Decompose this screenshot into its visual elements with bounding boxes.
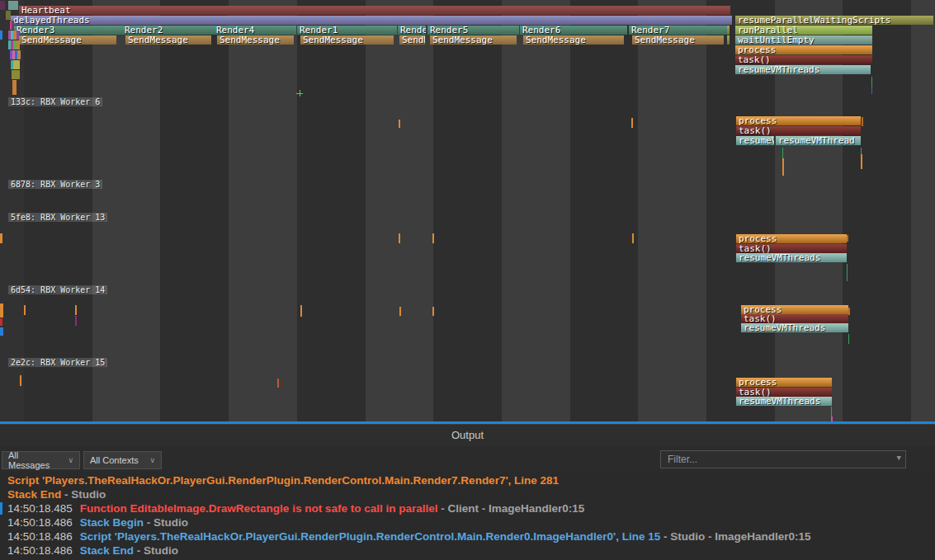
- profiler-tick: [24, 305, 26, 315]
- profiler-bar-bar[interactable]: [727, 26, 730, 35]
- output-log[interactable]: Script 'Players.TheRealHackOr.PlayerGui.…: [0, 472, 935, 560]
- callstack-fragment: [6, 11, 11, 20]
- profiler-bar-resumevmthreads[interactable]: resumeVMThreads: [736, 253, 847, 262]
- filter-input[interactable]: [660, 450, 906, 468]
- profiler-bar-sendm[interactable]: SendM: [399, 35, 425, 45]
- profiler-bar-render3[interactable]: Render3: [14, 26, 122, 35]
- profiler-tick: [399, 120, 400, 128]
- profiler-tick: [782, 148, 783, 158]
- profiler-bar-task[interactable]: task(): [736, 244, 847, 253]
- profiler-tick: [75, 316, 77, 326]
- profiler-tick: [399, 307, 401, 316]
- profiler-bar-render6[interactable]: Render6: [520, 26, 627, 35]
- output-line[interactable]: Script 'Players.TheRealHackOr.PlayerGui.…: [0, 473, 935, 487]
- profiler-tick: [871, 77, 872, 87]
- message-text: Studio: [71, 488, 106, 501]
- profiler-bar-sendmessage[interactable]: SendMessage: [125, 35, 211, 45]
- context-dropdown[interactable]: All Contexts ∨: [83, 451, 162, 469]
- profiler-bar-resumevm[interactable]: resumeVM: [736, 136, 774, 145]
- message-text: -: [479, 502, 489, 515]
- profiler-tick: [75, 305, 77, 315]
- timestamp: 14:50:18.485: [7, 502, 73, 515]
- profiler-bar-sendmessage[interactable]: SendMessage: [217, 35, 294, 45]
- profiler-bar-rende[interactable]: Rende: [398, 26, 426, 35]
- profiler-bar-resumevmthreads[interactable]: resumeVMThreads: [735, 65, 871, 74]
- profiler-bar-process[interactable]: process: [736, 234, 847, 243]
- message-text: -: [437, 502, 447, 515]
- profiler-bar-resumevmthreads[interactable]: resumeVMThreads: [736, 397, 832, 406]
- profiler-bar-render1[interactable]: Render1: [297, 26, 397, 35]
- plus-marker: [300, 90, 300, 96]
- frame-stripe: [229, 0, 298, 421]
- frame-stripe: [911, 0, 935, 421]
- message-text: Stack Begin: [80, 516, 144, 529]
- profiler-bar-waituntilempty[interactable]: waitUntilEmpty: [735, 35, 872, 45]
- profiler-bar-process[interactable]: process: [741, 305, 848, 314]
- profiler-bar-resumevmthread[interactable]: resumeVMThread: [776, 136, 861, 145]
- profiler-bar-sendmessage[interactable]: SendMessage: [632, 35, 724, 45]
- message-text: Studio: [670, 530, 705, 543]
- profiler-bar-render2[interactable]: Render2: [122, 26, 214, 35]
- profiler-bar-resumevmthreads[interactable]: resumeVMThreads: [741, 323, 848, 332]
- frame-stripe: [638, 0, 707, 421]
- output-toolbar: All Messages ∨ All Contexts ∨ ▼: [0, 446, 935, 472]
- profiler-bar-sendmessage[interactable]: SendMessage: [523, 35, 624, 45]
- output-panel-header[interactable]: Output: [0, 424, 935, 446]
- context-dropdown-label: All Contexts: [90, 455, 139, 465]
- thread-label-5fe8: 5fe8: RBX Worker 13: [8, 213, 107, 222]
- profiler-tick: [847, 235, 848, 242]
- output-line[interactable]: Stack End - Studio: [0, 487, 935, 501]
- profiler-tick: [0, 327, 3, 336]
- profiler-bar-sendmessage[interactable]: SendMessage: [300, 35, 394, 45]
- output-line[interactable]: 14:50:18.486Stack Begin - Studio: [0, 515, 935, 529]
- profiler-tick: [432, 307, 434, 316]
- output-line[interactable]: 14:50:18.486Stack End - Studio: [0, 544, 935, 558]
- message-text: Studio: [153, 516, 188, 529]
- message-text: ImageHandler0:15: [489, 502, 584, 515]
- profiler-tick: [847, 264, 848, 275]
- message-text: Client: [447, 502, 479, 515]
- microprofiler-view[interactable]: HeartbeatdelayedThreadsRender3SendMessag…: [0, 0, 935, 421]
- callstack-fragment: [17, 50, 21, 59]
- thread-label-6d54: 6d54: RBX Worker 14: [8, 285, 107, 294]
- profiler-tick: [399, 233, 400, 243]
- profiler-bar-runparallel[interactable]: runParallel: [735, 26, 872, 35]
- profiler-bar-render5[interactable]: Render5: [427, 26, 519, 35]
- profiler-tick: [862, 117, 863, 126]
- profiler-bar-process[interactable]: process: [735, 45, 872, 54]
- profiler-tick: [631, 118, 633, 128]
- profiler-bar-render7[interactable]: Render7: [629, 26, 727, 35]
- profiler-bar-task[interactable]: task(): [736, 126, 861, 135]
- message-type-dropdown[interactable]: All Messages ∨: [2, 451, 80, 469]
- output-line[interactable]: 14:50:18.485Function EditableImage.DrawR…: [0, 501, 935, 515]
- filter-combobox: ▼: [660, 450, 906, 468]
- profiler-bar-process[interactable]: process: [736, 116, 861, 125]
- profiler-bar-bar[interactable]: [727, 35, 730, 45]
- profiler-tick: [847, 275, 848, 281]
- profiler-bar-sendmessage[interactable]: SendMessage: [19, 35, 116, 45]
- profiler-tick: [300, 305, 302, 317]
- profiler-tick: [0, 318, 2, 326]
- output-line[interactable]: 14:50:18.486Script 'Players.TheRealHackO…: [0, 529, 935, 544]
- message-text: Function EditableImage.DrawRectangle is …: [80, 502, 438, 515]
- profiler-bar-render4[interactable]: Render4: [214, 26, 296, 35]
- thread-label-6878: 6878: RBX Worker 3: [8, 180, 102, 189]
- timestamp: 14:50:18.486: [7, 544, 73, 557]
- profiler-bar-process[interactable]: process: [736, 378, 832, 387]
- profiler-tick: [782, 158, 784, 176]
- profiler-bar-sendmessage[interactable]: SendMessage: [430, 35, 517, 45]
- output-panel-title: Output: [451, 429, 484, 441]
- profiler-bar-delayedthreads[interactable]: delayedThreads: [11, 16, 732, 25]
- frame-stripe: [297, 0, 366, 421]
- message-text: Script 'Players.TheRealHackOr.PlayerGui.…: [7, 474, 559, 487]
- profiler-bar-resumeparallelwaitingscripts[interactable]: resumeParallelWaitingScripts: [735, 16, 933, 25]
- message-type-dropdown-label: All Messages: [8, 450, 61, 470]
- message-text: -: [134, 544, 144, 557]
- profiler-bar-task[interactable]: task(): [735, 55, 872, 64]
- profiler-bar-heartbeat[interactable]: Heartbeat: [19, 6, 730, 15]
- message-text: -: [705, 530, 715, 543]
- timestamp: 14:50:18.486: [7, 530, 73, 543]
- callstack-fragment: [12, 21, 14, 30]
- profiler-bar-task[interactable]: task(): [741, 314, 848, 323]
- profiler-bar-task[interactable]: task(): [736, 388, 832, 397]
